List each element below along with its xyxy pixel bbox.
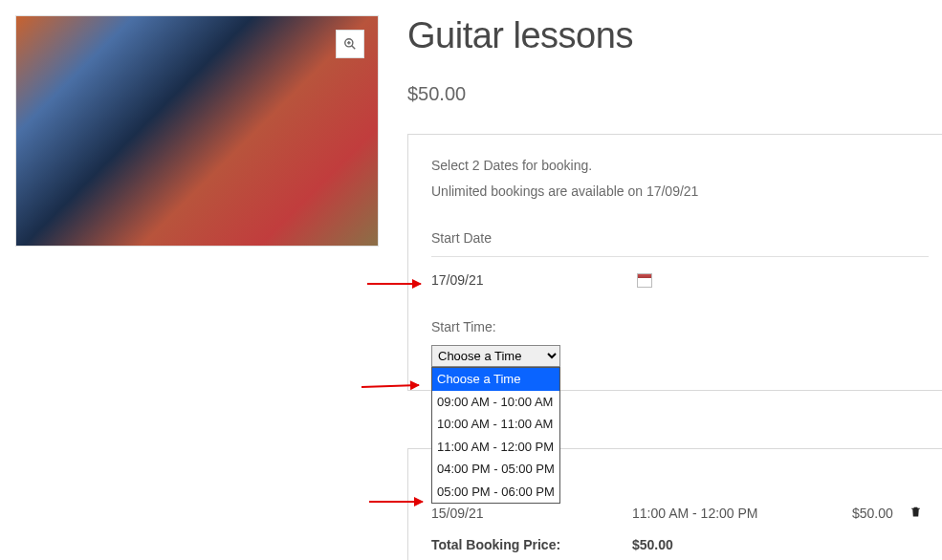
- start-time-select[interactable]: Choose a Time: [431, 345, 560, 367]
- time-option[interactable]: 11:00 AM - 12:00 PM: [432, 436, 559, 459]
- total-value: $50.00: [632, 537, 852, 552]
- zoom-button[interactable]: [336, 30, 364, 58]
- product-price: $50.00: [407, 83, 942, 105]
- time-option[interactable]: 09:00 AM - 10:00 AM: [432, 391, 559, 414]
- time-option[interactable]: Choose a Time: [432, 368, 559, 391]
- annotation-arrow: [369, 501, 423, 503]
- annotation-arrow: [367, 283, 421, 285]
- start-time-label: Start Time:: [431, 317, 929, 337]
- time-option[interactable]: 04:00 PM - 05:00 PM: [432, 458, 559, 481]
- total-label: Total Booking Price:: [431, 537, 632, 552]
- time-option[interactable]: 10:00 AM - 11:00 AM: [432, 413, 559, 436]
- product-title: Guitar lessons: [407, 15, 942, 56]
- start-date-label: Start Date: [431, 228, 929, 248]
- product-image[interactable]: [15, 15, 379, 247]
- trash-icon: [909, 505, 922, 519]
- summary-time: 11:00 AM - 12:00 PM: [632, 506, 852, 521]
- summary-date: 15/09/21: [431, 506, 632, 521]
- svg-line-1: [352, 46, 356, 50]
- booking-form: Select 2 Dates for booking. Unlimited bo…: [407, 134, 942, 391]
- summary-price: $50.00: [852, 506, 909, 521]
- time-option[interactable]: 05:00 PM - 06:00 PM: [432, 481, 559, 504]
- search-plus-icon: [343, 37, 357, 51]
- booking-instruction: Select 2 Dates for booking.: [431, 156, 929, 176]
- summary-total-row: Total Booking Price: $50.00: [431, 528, 929, 558]
- booking-availability: Unlimited bookings are available on 17/0…: [431, 182, 929, 202]
- start-date-value[interactable]: 17/09/21: [431, 270, 484, 291]
- delete-booking-button[interactable]: [909, 505, 929, 522]
- time-dropdown-list[interactable]: Choose a Time09:00 AM - 10:00 AM10:00 AM…: [431, 367, 560, 504]
- calendar-icon[interactable]: [637, 273, 652, 288]
